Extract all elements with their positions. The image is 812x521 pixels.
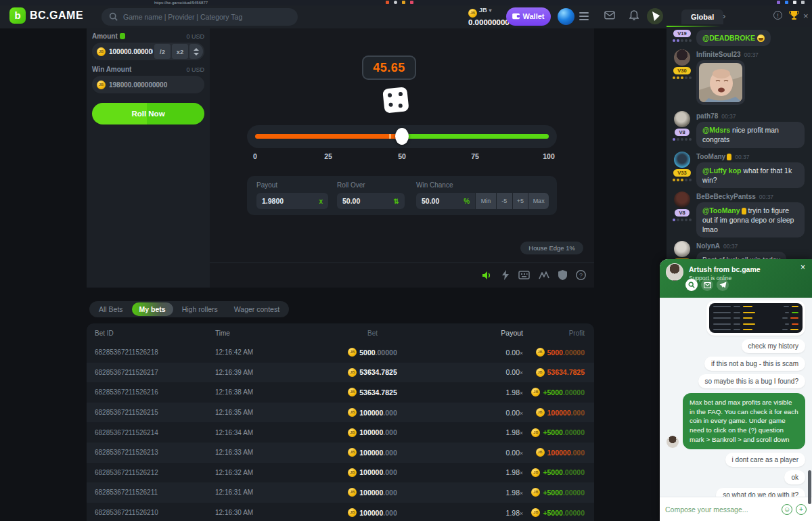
table-row[interactable]: 6828536721152621612:16:38 AM JB53634.782…: [87, 382, 594, 403]
game-search[interactable]: [102, 8, 298, 26]
bcgame-logo-text[interactable]: BC.GAME: [30, 9, 83, 22]
bet-amount-field[interactable]: JB 100000.00000000 /2 x2: [92, 43, 204, 60]
win-amount-usd: 0 USD: [186, 66, 204, 73]
browser-extension-icons[interactable]: [386, 1, 389, 4]
table-row[interactable]: 6828536721152621112:16:31 AM JB100000.00…: [87, 482, 594, 503]
emoji-picker-icon[interactable]: ☺: [782, 504, 792, 515]
tab-all-bets[interactable]: All Bets: [91, 302, 131, 316]
slider-scale: 0 25 50 75 100: [247, 152, 557, 160]
support-conversation: check my history if this not a bug - thi…: [660, 298, 812, 497]
tick-50: 50: [398, 152, 406, 160]
attached-screenshot[interactable]: [706, 300, 805, 336]
compose-bar: ☺ +: [660, 497, 812, 521]
telegram-icon[interactable]: [717, 279, 729, 291]
avatar[interactable]: [674, 152, 690, 168]
amount-usd: 0 USD: [186, 33, 204, 40]
step-down-icon[interactable]: [194, 53, 199, 55]
level-badge: V8: [675, 129, 689, 136]
bet-amount-value[interactable]: 100000.00000000: [109, 48, 153, 55]
menu-list-icon[interactable]: [579, 12, 589, 22]
slider-track[interactable]: [255, 134, 549, 139]
payout-label: Payout: [256, 181, 328, 189]
chat-avatar[interactable]: [647, 8, 663, 24]
slider-handle[interactable]: [395, 128, 409, 145]
compose-input[interactable]: [665, 505, 778, 514]
table-row[interactable]: 6828536721152621212:16:32 AM JB100000.00…: [87, 463, 594, 483]
dice-slider[interactable]: [247, 125, 557, 148]
avatar[interactable]: [674, 191, 690, 208]
trends-icon[interactable]: [539, 271, 549, 279]
tab-global-chat[interactable]: Global: [681, 9, 723, 24]
roll-now-button[interactable]: Roll Now: [92, 103, 204, 124]
tab-my-bets[interactable]: My bets: [132, 302, 173, 316]
jb-coin-icon: JB: [468, 9, 477, 18]
win-amount-field[interactable]: JB 198000.000000000: [92, 76, 204, 93]
bell-icon[interactable]: [629, 10, 639, 21]
balance-display[interactable]: JB JB ▾ 0.00000000: [468, 6, 510, 26]
half-bet-button[interactable]: /2: [154, 44, 171, 59]
roll-result: 45.65: [362, 55, 416, 80]
username[interactable]: InfiniteSoul23: [696, 51, 741, 58]
table-row[interactable]: 6828536721152621812:16:42 AM JB5000.0000…: [87, 342, 594, 363]
roll-over-label: Roll Over: [337, 181, 405, 189]
roll-over-field[interactable]: 50.00 ⇅: [337, 193, 405, 209]
username[interactable]: TooMany: [696, 153, 725, 160]
win-chance-field[interactable]: 50.00 % Min -5 +5 Max: [416, 193, 549, 209]
scrollbar-thumb[interactable]: [808, 470, 811, 504]
avatar[interactable]: [674, 241, 690, 257]
help-icon[interactable]: ?: [576, 270, 586, 280]
result-marker: [389, 134, 391, 139]
medal-dots: [673, 179, 692, 181]
wallet-button[interactable]: Wallet: [506, 7, 551, 26]
table-row[interactable]: 6828536721152621512:16:35 AM JB100000.00…: [87, 403, 594, 423]
currency-code: JB: [479, 6, 487, 14]
swap-icon[interactable]: ⇅: [394, 198, 399, 205]
email-icon[interactable]: [701, 279, 713, 291]
step-up-icon[interactable]: [194, 48, 199, 51]
chevron-right-icon[interactable]: ›: [723, 11, 725, 21]
table-row[interactable]: 6828536721152621712:16:39 AM JB53634.782…: [87, 363, 594, 383]
attach-plus-icon[interactable]: +: [796, 504, 807, 515]
dice-stage: 45.65 0 25 50 75 100 Payout: [210, 28, 594, 288]
minus5-button[interactable]: -5: [497, 193, 512, 209]
min-button[interactable]: Min: [476, 193, 496, 209]
username[interactable]: BeBeBeckyPantss: [696, 193, 756, 200]
support-agent-avatar: [666, 263, 683, 281]
jb-coin-icon: JB: [97, 81, 106, 89]
trophy-icon[interactable]: [789, 10, 799, 20]
wallet-icon: [512, 13, 520, 20]
plus5-button[interactable]: +5: [513, 193, 528, 209]
avatar[interactable]: [674, 49, 690, 66]
amount-stepper[interactable]: [189, 44, 203, 59]
hotkeys-icon[interactable]: [518, 271, 530, 279]
fairness-shield-icon[interactable]: [558, 270, 567, 280]
table-row[interactable]: 6828536721152621412:16:34 AM JB100000.00…: [87, 422, 594, 443]
bcgame-logo-icon[interactable]: b: [9, 7, 26, 24]
crying-baby-photo[interactable]: [699, 63, 742, 102]
sound-icon[interactable]: [482, 271, 493, 280]
level-badge: V8: [675, 209, 689, 217]
address-bar[interactable]: https://bc.game/dual/5456877: [154, 0, 208, 5]
jb-coin-icon: JB: [536, 348, 545, 357]
max-button[interactable]: Max: [528, 193, 549, 209]
search-icon[interactable]: [685, 279, 698, 291]
mail-icon[interactable]: [604, 11, 615, 20]
double-bet-button[interactable]: x2: [172, 44, 188, 59]
close-icon[interactable]: ×: [800, 263, 805, 272]
payout-field[interactable]: 1.9800 x: [256, 193, 328, 209]
tick-0: 0: [253, 152, 257, 160]
support-agent-name: Artush from bc.game: [689, 265, 761, 273]
table-row[interactable]: 6828536721152621312:16:33 AM JB100000.00…: [87, 443, 594, 463]
turbo-icon[interactable]: [501, 270, 510, 280]
tab-wager-contest[interactable]: Wager contest: [227, 302, 287, 316]
chat-rules-icon[interactable]: !: [773, 11, 782, 20]
tab-high-rollers[interactable]: High rollers: [175, 302, 225, 316]
search-input[interactable]: [123, 8, 292, 26]
chat-header: Global › ! ×: [667, 5, 812, 27]
username[interactable]: NolynA: [696, 242, 720, 250]
table-row[interactable]: 6828536721152621012:16:30 AM JB100000.00…: [87, 503, 594, 521]
close-icon[interactable]: ×: [803, 11, 809, 21]
avatar[interactable]: [674, 111, 690, 127]
username[interactable]: path78: [696, 112, 718, 120]
user-avatar[interactable]: [558, 8, 574, 25]
